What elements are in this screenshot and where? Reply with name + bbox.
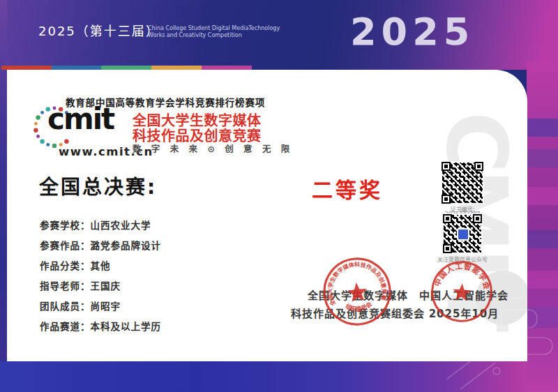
detail-label: 参赛作品： [40, 240, 91, 251]
band-stripe [527, 119, 558, 137]
qr-finder-icon [442, 195, 451, 204]
band-stripe [527, 307, 558, 328]
detail-row-school: 参赛学校：山西农业大学 [40, 218, 151, 232]
band-stripe [527, 149, 558, 167]
cmit-brand-text: cmit [47, 102, 114, 136]
detail-row-advisor: 指导老师：王国庆 [40, 278, 121, 292]
svg-text:组织委员会: 组织委员会 [344, 300, 374, 315]
qr-finder-icon [442, 162, 451, 171]
qr-center-logo-icon [457, 228, 469, 241]
edition-title: 2025（第十三届） [38, 21, 160, 39]
detail-value: 其他 [91, 260, 111, 271]
prize-text: 二等奖 [312, 173, 383, 204]
background-bottom-band [0, 361, 558, 392]
detail-value: 尚昭宇 [91, 301, 121, 312]
detail-label: 作品分类： [40, 260, 91, 271]
qr-finder-icon [473, 214, 482, 223]
certificate-page: 2025（第十三届） China College Student Digital… [0, 0, 558, 392]
qr-finder-icon [443, 214, 452, 223]
qr-finder-icon [443, 244, 452, 253]
year-2025-graphic: 2025 [350, 10, 474, 54]
band-stripe [527, 230, 558, 248]
detail-label: 参赛学校： [40, 220, 91, 231]
background-left-border [0, 0, 7, 392]
certificate-card: CMIT 教育部中国高等教育学会学科竞赛排行榜赛项 cmit www.cmit.… [7, 70, 527, 361]
detail-row-team: 团队成员：尚昭宇 [40, 299, 121, 312]
detail-value: 王国庆 [91, 280, 121, 292]
detail-label: 团队成员： [40, 301, 91, 312]
detail-value: 山西农业大学 [91, 220, 151, 231]
detail-value: 本科及以上学历 [91, 321, 162, 332]
detail-row-track: 作品赛道：本科及以上学历 [40, 319, 161, 333]
detail-row-work: 参赛作品：潞党参品牌设计 [40, 238, 161, 252]
competition-name-english: China College Student Digital MediaTechn… [148, 25, 280, 39]
certificate-qr-code [441, 161, 484, 204]
official-account-qr-code [442, 213, 483, 254]
detail-label: 指导老师： [40, 280, 91, 292]
slogan-text: 数 字 未 来 ⊙ 创 意 无 限 [133, 142, 293, 155]
band-stripe [527, 187, 558, 205]
seal-bottom-text: 组织委员会 [344, 300, 374, 315]
competition-name-english-line1: China College Student Digital MediaTechn… [148, 25, 280, 32]
final-stage-label: 全国总决赛: [39, 172, 157, 199]
detail-label: 作品赛道： [40, 321, 91, 332]
cai-society-seal: 中国人工智能学会 [428, 258, 495, 325]
background-right-band [527, 61, 558, 392]
competition-name-english-line2: Works and Creativity Competition [148, 32, 280, 39]
qr-finder-icon [474, 162, 483, 171]
band-stripe [527, 271, 558, 289]
detail-row-category: 作品分类：其他 [40, 258, 111, 272]
organizing-committee-seal: 全国大学生数字媒体科技作品及创意竞赛 组织委员会 [319, 253, 395, 330]
detail-value: 潞党参品牌设计 [91, 240, 162, 251]
